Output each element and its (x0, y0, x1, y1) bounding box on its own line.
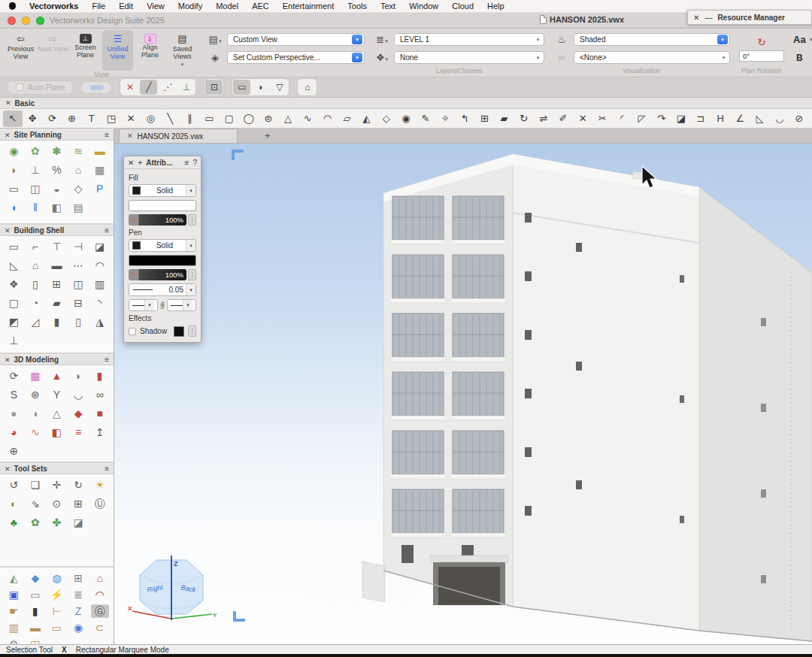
section-solid-tool-icon[interactable]: ◕ (5, 425, 23, 439)
offset-tool-icon[interactable]: ⊞ (474, 111, 494, 127)
line-tool-icon[interactable]: ╲ (160, 111, 180, 127)
auto-plane-checkbox[interactable] (16, 83, 23, 91)
tree-3d-tool-icon[interactable]: ♣ (5, 516, 23, 529)
site-model-tool-icon[interactable]: ◪ (69, 516, 87, 529)
3d-polygon-tool-icon[interactable]: ◭ (357, 111, 377, 127)
split-tool-icon[interactable]: ✂ (592, 111, 612, 127)
site-plan-tool-icon[interactable]: ◫ (26, 182, 44, 195)
text-tool-icon[interactable]: T (82, 111, 102, 127)
shadow-color-well[interactable] (174, 326, 184, 337)
current-view-dropdown[interactable]: Custom View ▾ (227, 33, 365, 46)
auto-plane-control[interactable]: Auto-Plane (8, 80, 73, 95)
eyedropper-tool-icon[interactable]: ◎ (141, 111, 160, 127)
tree-stake-tool-icon[interactable]: ⊥ (26, 163, 44, 177)
paint-brush-tool-icon[interactable]: ✐ (553, 111, 573, 127)
taper-face-tool-icon[interactable]: ↥ (91, 425, 109, 439)
floor-tool-icon[interactable]: ▰ (47, 296, 65, 310)
frame-icon[interactable]: ▭ (47, 621, 65, 634)
door-window-combo-tool-icon[interactable]: ◫ (69, 277, 87, 291)
plan-rotation-input[interactable]: 0° (739, 50, 784, 62)
polygon-marquee-mode-icon[interactable]: ▽ (271, 80, 288, 95)
window-tool-icon[interactable]: ⊞ (47, 277, 65, 291)
walkthrough-tool-icon[interactable]: ✛ (47, 478, 65, 492)
menu-text[interactable]: Text (374, 2, 402, 11)
pilaster-tool-icon[interactable]: ❖ (5, 277, 23, 291)
trim-tool-icon[interactable]: ✕ (573, 111, 592, 127)
fill-opacity-slider[interactable]: ↷ 100% (129, 214, 186, 226)
rotate-view-tool-icon[interactable]: ↻ (69, 478, 87, 492)
crate-icon[interactable]: ▥ (5, 621, 23, 634)
plant-tool-icon[interactable]: ✽ (47, 144, 65, 158)
site-modifier-tool-icon[interactable]: ◇ (69, 182, 87, 195)
wall-tool-icon[interactable]: ▭ (5, 240, 23, 253)
zoom-detail-tool-icon[interactable]: ⊕ (5, 444, 23, 458)
light-tool-icon[interactable]: ☀ (91, 478, 109, 492)
flyover-tool-icon[interactable]: ⟳ (42, 111, 62, 127)
line-style-end-dropdown[interactable]: ▾ (167, 299, 196, 311)
mirror-tool-icon[interactable]: ⇌ (534, 111, 553, 127)
menu-window[interactable]: Window (402, 2, 445, 11)
polyline-tool-icon[interactable]: ◠ (317, 111, 337, 127)
building-shell-close-icon[interactable]: ✕ (5, 227, 11, 235)
plant-group-tool-icon[interactable]: ✿ (26, 516, 44, 529)
dark-door-icon[interactable]: ▮ (26, 604, 44, 618)
column-tool-icon[interactable]: ▮ (47, 315, 65, 328)
attributes-close-icon[interactable]: ✕ (128, 159, 134, 167)
zoom-tool-icon[interactable]: ⊕ (62, 111, 81, 127)
shadow-checkbox[interactable] (129, 328, 136, 335)
perspective-icon[interactable]: ◈ (207, 52, 223, 63)
nurbs-surface-tool-icon[interactable]: ∿ (26, 425, 44, 439)
menu-tools[interactable]: Tools (341, 2, 374, 11)
menu-aec[interactable]: AEC (245, 2, 276, 11)
auto-plane-mode-pill[interactable] (80, 81, 112, 94)
pyramid-tool-icon[interactable]: ▲ (47, 369, 65, 383)
minimize-window-button[interactable] (22, 17, 30, 25)
round-column-tool-icon[interactable]: ▯ (69, 315, 87, 328)
document-tab[interactable]: ✕ HANSON 2025.vwx (119, 129, 238, 143)
pipe-fitting-icon[interactable]: ⊢ (47, 604, 65, 618)
flyover-tool-icon[interactable]: ⟳ (5, 369, 23, 383)
previous-view-button[interactable]: ⇦ Previous View (5, 30, 36, 71)
render-style-dropdown[interactable]: <None> ▾ (574, 51, 730, 64)
attributes-help-icon[interactable]: ? (192, 159, 197, 167)
menu-modify[interactable]: Modify (171, 2, 209, 11)
rounded-rectangle-tool-icon[interactable]: ▢ (220, 111, 239, 127)
site-planning-menu-icon[interactable]: ≡ (105, 131, 109, 139)
rectangular-marquee-mode-icon[interactable]: ▭ (233, 80, 250, 95)
storefront-tool-icon[interactable]: ⊟ (69, 296, 87, 310)
pen-style-dropdown[interactable]: Solid ▾ (129, 239, 196, 252)
move-camera-tool-icon[interactable]: ⇘ (26, 497, 44, 510)
guardrail-tool-icon[interactable]: ▤ (69, 201, 87, 214)
foliage-tool-icon[interactable]: ✤ (47, 516, 65, 529)
hand-glove-icon[interactable]: ☛ (5, 604, 23, 618)
fastener-icon[interactable]: ⊂ (91, 621, 109, 634)
viewport-tool-icon[interactable]: ⊞ (69, 497, 87, 510)
mesh-tool-icon[interactable]: ⊛ (26, 388, 44, 401)
resource-manager-header[interactable]: ✕ — Resource Manager (687, 10, 812, 25)
menu-entertainment[interactable]: Entertainment (276, 2, 341, 11)
active-class-dropdown[interactable]: None ▾ (394, 51, 544, 64)
basic-palette-close-icon[interactable]: ✕ (5, 99, 11, 107)
drag-node-mode-icon[interactable]: ⊡ (205, 80, 223, 95)
fence-tool-icon[interactable]: ▦ (91, 163, 109, 177)
multiple-reshape-mode-icon[interactable]: ⋰ (159, 80, 176, 95)
menu-view[interactable]: View (140, 2, 171, 11)
circle-tool-icon[interactable]: ◯ (239, 111, 259, 127)
building-shell-menu-icon[interactable]: ≡ (105, 226, 109, 235)
line-weight-dropdown[interactable]: 0.05 ▾ (129, 283, 196, 296)
ramp-tool-icon[interactable]: ◿ (26, 315, 44, 328)
tool-sets-close-icon[interactable]: ✕ (5, 465, 11, 473)
menu-vectorworks[interactable]: Vectorworks (23, 2, 85, 11)
fill-style-dropdown[interactable]: Solid ▾ (129, 184, 196, 197)
attributes-add-icon[interactable]: + (138, 159, 142, 167)
shadow-options-icon[interactable]: ⋮ (188, 325, 196, 337)
sphere-tool-icon[interactable]: ● (5, 407, 23, 420)
wall-join-t-tool-icon[interactable]: ⊤ (47, 240, 65, 253)
earth-globe-icon[interactable]: ◍ (47, 571, 65, 585)
pan-tool-icon[interactable]: ✥ (23, 111, 42, 127)
unified-view-button[interactable]: ☰ Unified View (102, 30, 133, 71)
apple-menu-icon[interactable] (9, 2, 16, 10)
menu-cloud[interactable]: Cloud (445, 2, 480, 11)
window-unit-icon[interactable]: ⊞ (69, 571, 87, 585)
camera-tool-icon[interactable]: ⊙ (47, 497, 65, 510)
